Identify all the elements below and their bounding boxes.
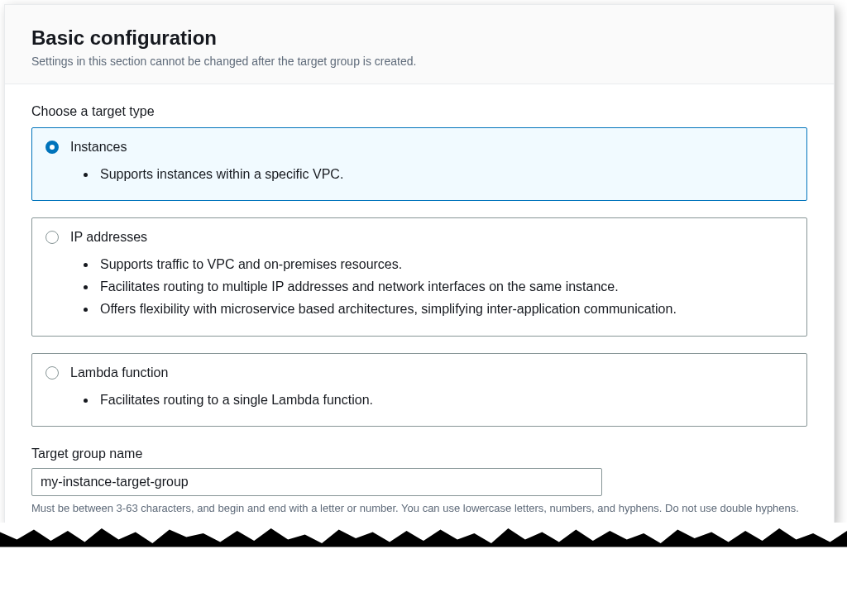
radio-bullet: Supports instances within a specific VPC… bbox=[97, 163, 793, 185]
radio-unselected-icon bbox=[45, 366, 59, 380]
target-type-option-instances[interactable]: Instances Supports instances within a sp… bbox=[31, 127, 807, 201]
basic-configuration-panel: Basic configuration Settings in this sec… bbox=[4, 4, 835, 524]
radio-bullet: Facilitates routing to a single Lambda f… bbox=[97, 389, 793, 411]
target-type-label: Choose a target type bbox=[31, 104, 807, 119]
radio-bullet: Offers flexibility with microservice bas… bbox=[97, 298, 793, 320]
radio-title: Instances bbox=[70, 140, 127, 155]
radio-row: IP addresses bbox=[45, 230, 793, 245]
target-group-name-label: Target group name bbox=[31, 446, 807, 461]
target-group-name-hint: Must be between 3-63 characters, and beg… bbox=[31, 501, 807, 517]
panel-header: Basic configuration Settings in this sec… bbox=[5, 5, 834, 84]
radio-bullets: Supports instances within a specific VPC… bbox=[97, 163, 793, 185]
radio-title: Lambda function bbox=[70, 365, 168, 380]
target-type-option-lambda-function[interactable]: Lambda function Facilitates routing to a… bbox=[31, 353, 807, 427]
target-group-name-input[interactable] bbox=[31, 468, 602, 496]
radio-selected-icon bbox=[45, 141, 59, 154]
target-type-option-ip-addresses[interactable]: IP addresses Supports traffic to VPC and… bbox=[31, 217, 807, 337]
torn-edge-decoration bbox=[0, 523, 847, 547]
radio-bullet: Supports traffic to VPC and on-premises … bbox=[97, 253, 793, 275]
panel-body: Choose a target type Instances Supports … bbox=[5, 84, 834, 523]
radio-bullets: Facilitates routing to a single Lambda f… bbox=[97, 389, 793, 411]
radio-bullets: Supports traffic to VPC and on-premises … bbox=[97, 253, 793, 321]
radio-row: Instances bbox=[45, 140, 793, 155]
radio-unselected-icon bbox=[45, 231, 59, 244]
panel-title: Basic configuration bbox=[31, 25, 807, 50]
radio-title: IP addresses bbox=[70, 230, 147, 245]
target-group-name-section: Target group name Must be between 3-63 c… bbox=[31, 446, 807, 517]
panel-subtitle: Settings in this section cannot be chang… bbox=[31, 54, 807, 70]
radio-bullet: Facilitates routing to multiple IP addre… bbox=[97, 275, 793, 298]
radio-row: Lambda function bbox=[45, 365, 793, 380]
